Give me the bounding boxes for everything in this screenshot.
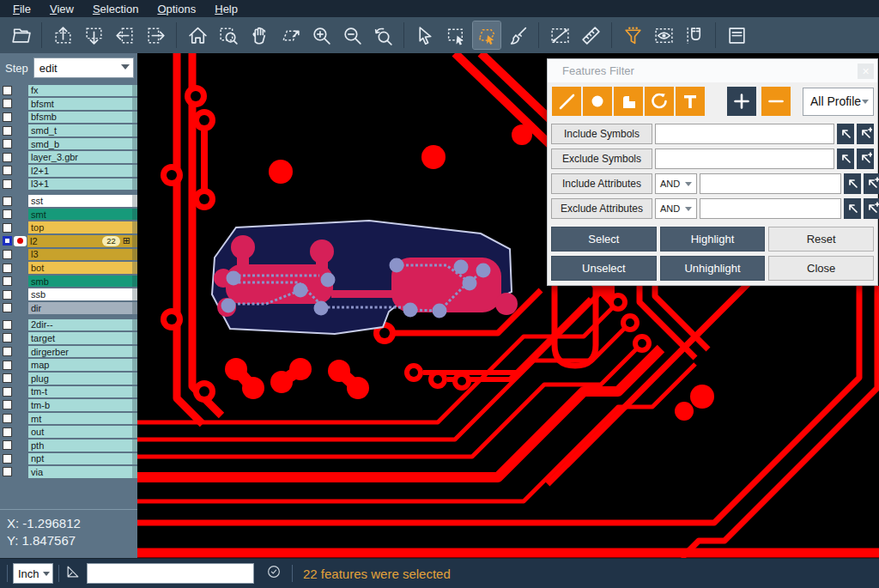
layer-visibility-checkbox[interactable] (3, 86, 12, 95)
include-attributes-pick-add-button[interactable] (864, 173, 879, 194)
exclude-attributes-button[interactable]: Exclude Attributes (551, 198, 652, 219)
layer-indicator-slot[interactable] (12, 303, 27, 313)
layer-visibility-checkbox[interactable] (3, 166, 12, 175)
layer-row-pth[interactable]: pth (0, 439, 137, 452)
layer-visibility-checkbox[interactable] (3, 361, 12, 370)
layer-indicator-slot[interactable] (12, 99, 27, 109)
measure-ruler-icon[interactable] (577, 21, 604, 49)
layer-row-plug[interactable]: plug (0, 372, 137, 385)
layer-name-bar[interactable]: via (28, 466, 137, 478)
layer-name-bar[interactable]: plug (28, 373, 137, 385)
layer-name-bar[interactable]: smb (28, 276, 137, 288)
layer-row-dirgerber[interactable]: dirgerber (0, 345, 137, 358)
layer-indicator-slot[interactable] (12, 166, 27, 176)
features-filter-icon[interactable] (619, 21, 646, 49)
layer-name-bar[interactable]: l3 (28, 249, 137, 261)
select-rectangle-icon[interactable] (442, 21, 470, 49)
menu-item-options[interactable]: Options (148, 2, 205, 16)
zoom-previous-icon[interactable] (369, 21, 397, 49)
layer-name-bar[interactable]: tm-t (28, 386, 137, 398)
layer-name-bar[interactable]: top (28, 221, 137, 233)
layer-name-bar[interactable]: l3+1 (28, 179, 137, 191)
profile-select[interactable]: All Profile (803, 88, 874, 116)
pan-left-icon[interactable] (111, 21, 138, 49)
open-project-icon[interactable] (7, 21, 34, 49)
layer-name-bar[interactable]: bot (28, 262, 137, 274)
layer-visibility-checkbox[interactable] (3, 427, 12, 437)
layer-visibility-checkbox[interactable] (3, 139, 12, 149)
layer-row-smt[interactable]: smt (0, 208, 137, 221)
measure-line-icon[interactable] (546, 21, 573, 49)
layer-name-bar[interactable]: layer_3.gbr (28, 151, 137, 163)
layer-visibility-checkbox[interactable] (3, 467, 12, 476)
exclude-symbols-pick-add-button[interactable] (857, 149, 874, 169)
zoom-window-icon[interactable] (215, 21, 242, 49)
layer-row-smd_b[interactable]: smd_b (0, 137, 137, 150)
exclude-symbols-pick-button[interactable] (837, 149, 854, 169)
layer-visibility-checkbox[interactable] (3, 303, 12, 312)
menu-item-help[interactable]: Help (205, 2, 247, 16)
include-attributes-input[interactable] (700, 173, 841, 194)
layer-name-bar[interactable]: 2dir-- (28, 319, 137, 331)
filter-pad-button[interactable] (583, 87, 612, 116)
layer-row-bfsmt[interactable]: bfsmt (0, 98, 137, 111)
filter-arc-button[interactable] (645, 87, 674, 116)
layer-indicator-slot[interactable] (12, 276, 27, 287)
layer-indicator-slot[interactable] (12, 249, 27, 259)
pan-up-icon[interactable] (49, 21, 76, 49)
layer-row-fx[interactable]: fx (0, 84, 137, 97)
layer-indicator-slot[interactable] (12, 319, 27, 330)
layer-indicator-slot[interactable] (12, 414, 27, 424)
layer-row-smd_t[interactable]: smd_t (0, 124, 137, 137)
layer-row-ssb[interactable]: ssb (0, 288, 137, 301)
exclude-symbols-button[interactable]: Exclude Symbols (551, 149, 652, 169)
layer-visibility-checkbox[interactable] (3, 223, 12, 233)
layer-visibility-checkbox[interactable] (3, 264, 12, 273)
layer-name-bar[interactable]: sst (28, 195, 137, 207)
include-symbols-pick-button[interactable] (837, 124, 854, 144)
layer-indicator-slot[interactable] (12, 196, 27, 206)
layer-row-via[interactable]: via (0, 466, 137, 479)
layer-row-l3[interactable]: l3 (0, 248, 137, 261)
layer-name-bar[interactable]: target (28, 332, 137, 344)
layer-row-bot[interactable]: bot (0, 262, 137, 275)
exclude-attributes-operator-select[interactable]: AND (655, 198, 697, 219)
layer-visibility-checkbox[interactable] (3, 414, 12, 423)
exclude-attributes-pick-add-button[interactable] (864, 198, 879, 219)
layer-indicator-slot[interactable] (12, 427, 27, 437)
layer-name-bar[interactable]: npt (28, 453, 137, 465)
layer-indicator-slot[interactable] (12, 386, 27, 397)
layer-name-bar[interactable]: ssb (28, 288, 137, 300)
layer-indicator-slot[interactable] (12, 360, 27, 370)
layer-row-bfsmb[interactable]: bfsmb (0, 111, 137, 124)
layer-visibility-checkbox[interactable] (3, 454, 12, 464)
layer-name-bar[interactable]: smd_b (28, 138, 137, 150)
filter-line-button[interactable] (552, 87, 581, 116)
layer-row-l2+1[interactable]: l2+1 (0, 165, 137, 178)
layer-visibility-checkbox[interactable] (3, 333, 12, 342)
layer-visibility-checkbox[interactable] (3, 236, 12, 246)
layer-indicator-slot[interactable] (12, 347, 27, 357)
layer-indicator-slot[interactable] (12, 209, 27, 220)
layer-row-mt[interactable]: mt (0, 412, 137, 425)
layer-row-target[interactable]: target (0, 332, 137, 345)
unselect-button[interactable]: Unselect (551, 256, 657, 281)
menu-item-view[interactable]: View (40, 2, 83, 16)
layer-visibility-checkbox[interactable] (3, 387, 12, 397)
include-attributes-operator-select[interactable]: AND (655, 173, 697, 194)
layer-form-icon[interactable]: ⊞ (123, 236, 130, 246)
zoom-out-icon[interactable] (338, 21, 366, 49)
layer-name-bar[interactable]: bfsmt (28, 98, 137, 110)
exclude-symbols-input[interactable] (655, 149, 834, 169)
layer-row-l3+1[interactable]: l3+1 (0, 178, 137, 191)
pan-hand-icon[interactable] (246, 21, 273, 49)
layer-row-l2[interactable]: l222⊞ (0, 235, 137, 248)
layer-indicator-slot[interactable] (12, 440, 27, 451)
layer-indicator-slot[interactable] (12, 85, 27, 95)
include-symbols-button[interactable]: Include Symbols (551, 124, 652, 144)
feature-form-icon[interactable] (723, 21, 750, 49)
layer-row-tm-b[interactable]: tm-b (0, 399, 137, 412)
layer-visibility-checkbox[interactable] (3, 179, 12, 189)
layer-visibility-checkbox[interactable] (3, 99, 12, 108)
layer-visibility-checkbox[interactable] (3, 112, 12, 122)
